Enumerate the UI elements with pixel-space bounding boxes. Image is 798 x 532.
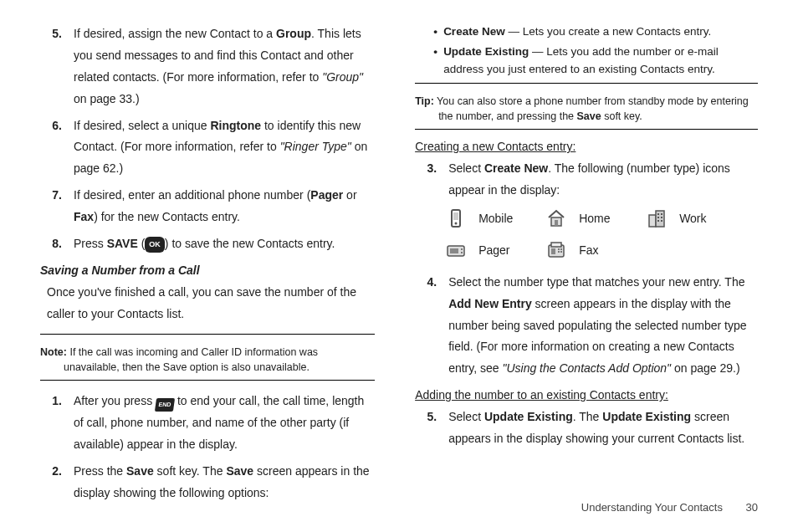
step-4: 4. Select the number type that matches y… xyxy=(415,272,758,380)
step-3: 3. Select Create New. The following (num… xyxy=(415,158,758,202)
svg-rect-4 xyxy=(555,220,558,226)
svg-rect-1 xyxy=(453,212,458,220)
page-footer: Understanding Your Contacts 30 xyxy=(581,501,758,514)
step-5b: 5. Select Update Existing. The Update Ex… xyxy=(415,407,758,450)
step-5: 5. If desired, assign the new Contact to… xyxy=(40,23,375,110)
svg-rect-12 xyxy=(661,220,662,222)
left-column: 5. If desired, assign the new Contact to… xyxy=(40,23,375,482)
left-list-2: 1. After you press END to end your call,… xyxy=(40,391,375,504)
step-1: 1. After you press END to end your call,… xyxy=(40,391,375,456)
svg-point-20 xyxy=(558,248,560,250)
right-list-2: 4. Select the number type that matches y… xyxy=(415,272,758,380)
ok-icon: OK xyxy=(145,237,165,253)
tip-block: Tip: You can also store a phone number f… xyxy=(415,94,758,124)
footer-section: Understanding Your Contacts xyxy=(581,501,723,514)
subheading-saving: Saving a Number from a Call xyxy=(40,263,375,277)
svg-rect-14 xyxy=(450,248,458,253)
right-list-1: 3. Select Create New. The following (num… xyxy=(415,158,758,202)
home-icon xyxy=(545,208,567,228)
note-block: Note: If the call was incoming and Calle… xyxy=(40,345,375,375)
icon-label: Pager xyxy=(478,243,537,257)
svg-rect-19 xyxy=(551,248,555,254)
fax-icon xyxy=(545,240,567,260)
svg-point-2 xyxy=(455,222,458,224)
bullet-create-new: Create New — Lets you create a new Conta… xyxy=(433,23,758,40)
svg-rect-8 xyxy=(661,213,662,215)
intro-para: Once you've finished a call, you can sav… xyxy=(47,282,368,325)
svg-rect-6 xyxy=(656,211,664,227)
svg-rect-9 xyxy=(657,217,659,218)
step-6: 6. If desired, select a unique Ringtone … xyxy=(40,115,375,181)
rule xyxy=(40,380,375,381)
svg-point-21 xyxy=(560,248,562,250)
left-list-1: 5. If desired, assign the new Contact to… xyxy=(40,23,375,255)
end-key-icon: END xyxy=(155,398,175,412)
svg-point-15 xyxy=(461,248,463,250)
bullet-update-existing: Update Existing — Lets you add the numbe… xyxy=(433,43,758,78)
mobile-icon xyxy=(445,208,467,228)
rule xyxy=(415,83,758,84)
work-icon xyxy=(646,208,668,228)
icon-label: Fax xyxy=(579,243,637,257)
step-8: 8. Press SAVE (OK) to save the new Conta… xyxy=(40,233,375,255)
icon-label: Mobile xyxy=(478,212,537,225)
svg-rect-7 xyxy=(657,213,659,215)
right-list-3: 5. Select Update Existing. The Update Ex… xyxy=(415,407,758,450)
page-columns: 5. If desired, assign the new Contact to… xyxy=(40,23,758,482)
subheading-adding: Adding the number to an existing Contact… xyxy=(415,388,758,402)
svg-rect-5 xyxy=(649,215,656,227)
options-bullets: Create New — Lets you create a new Conta… xyxy=(415,23,758,78)
svg-rect-10 xyxy=(661,217,662,218)
number-type-icons: Mobile Home Work Pager Fax xyxy=(445,208,758,260)
icon-label: Home xyxy=(579,212,637,225)
rule xyxy=(40,334,375,335)
step-7: 7. If desired, enter an additional phone… xyxy=(40,185,375,228)
step-2: 2. Press the Save soft key. The Save scr… xyxy=(40,461,375,504)
pager-icon xyxy=(445,240,467,260)
rule xyxy=(415,129,758,130)
svg-point-23 xyxy=(560,251,562,253)
icon-label: Work xyxy=(679,212,738,225)
svg-point-22 xyxy=(558,251,560,253)
subheading-creating: Creating a new Contacts entry: xyxy=(415,140,758,153)
svg-rect-18 xyxy=(551,243,561,247)
svg-rect-11 xyxy=(657,220,659,222)
page-number: 30 xyxy=(746,501,758,514)
right-column: Create New — Lets you create a new Conta… xyxy=(415,23,758,482)
svg-point-16 xyxy=(461,252,463,253)
